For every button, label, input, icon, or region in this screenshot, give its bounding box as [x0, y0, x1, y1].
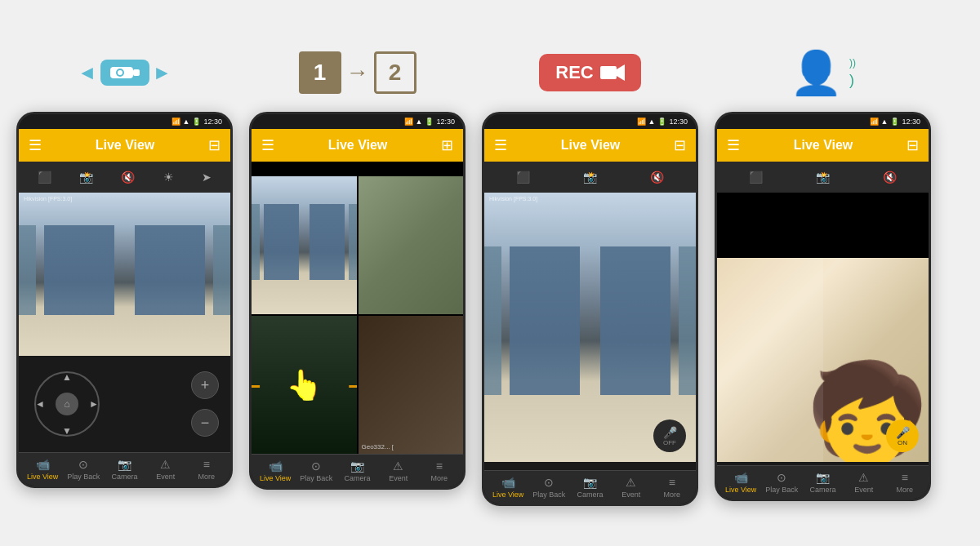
nav-camera-icon-4: 📷 — [816, 471, 830, 484]
nav-more-icon-3: ≡ — [669, 476, 675, 489]
nav-event-3[interactable]: ⚠ Event — [615, 476, 648, 499]
mic-on-icon: 🎤 — [896, 426, 910, 439]
swipe-left-arrow: ⟵ — [252, 366, 261, 404]
mic-on-badge[interactable]: 🎤 ON — [886, 419, 919, 452]
nav-live-label-1: Live View — [27, 473, 58, 481]
nav-camera-2[interactable]: 📷 Camera — [341, 459, 374, 482]
nav-event-icon-2: ⚠ — [393, 459, 403, 473]
nav-play-icon-3: ⊙ — [544, 476, 554, 489]
nav-more-icon-1: ≡ — [203, 458, 210, 471]
tool-snapshot-icon[interactable]: 📸 — [79, 171, 93, 184]
nav-camera-icon-3: 📷 — [583, 476, 597, 489]
nav-live-view-2[interactable]: 📹 Live View — [259, 459, 292, 482]
phone-1: 📶 ▲ 🔋 12:30 ☰ Live View ⊟ ⬛ 📸 🔇 ☀ ➤ — [16, 112, 233, 488]
nav-event-1[interactable]: ⚠ Event — [149, 458, 182, 481]
nav-playback-3[interactable]: ⊙ Play Back — [532, 476, 565, 499]
nav-more-4[interactable]: ≡ More — [889, 471, 921, 494]
mic-off-badge[interactable]: 🎤 OFF — [653, 419, 686, 452]
layout-icon-2[interactable]: ⊞ — [441, 136, 453, 154]
tool-snapshot-icon-3[interactable]: 📸 — [583, 171, 597, 184]
dpad-left-btn[interactable]: ◄ — [32, 396, 48, 412]
header-2: ☰ Live View ⊞ — [252, 129, 463, 162]
dpad-right-btn[interactable]: ► — [86, 396, 102, 412]
nav-play-label-2: Play Back — [300, 474, 332, 482]
dpad-down-btn[interactable]: ▼ — [59, 423, 75, 439]
nav-more-3[interactable]: ≡ More — [656, 476, 688, 499]
nav-live-view-1[interactable]: 📹 Live View — [26, 458, 59, 481]
wave2-icon: ) — [849, 72, 854, 89]
header-title-3: Live View — [561, 138, 621, 153]
menu-icon-1[interactable]: ☰ — [29, 136, 42, 154]
status-bar-1: 📶 ▲ 🔋 12:30 — [19, 114, 230, 129]
zoom-out-btn[interactable]: − — [191, 409, 219, 437]
nav-camera-label-3: Camera — [577, 491, 603, 499]
nav-play-label-4: Play Back — [765, 486, 798, 494]
nav-live-view-3[interactable]: 📹 Live View — [492, 476, 524, 499]
camera-view-1: Hikvision [FPS:3.0] — [19, 193, 230, 356]
camera-view-4: 🧒 🎤 ON — [717, 258, 929, 462]
header-title-4: Live View — [794, 138, 853, 153]
swipe-right-arrow: ⟶ — [347, 366, 357, 404]
user-silhouette-icon: 👤 — [790, 48, 843, 98]
nav-camera-3[interactable]: 📷 Camera — [574, 476, 607, 499]
nav-playback-1[interactable]: ⊙ Play Back — [67, 458, 100, 481]
nav-more-2[interactable]: ≡ More — [423, 459, 456, 482]
nav-event-label-2: Event — [389, 474, 408, 482]
nav-live-view-4[interactable]: 📹 Live View — [724, 471, 757, 494]
tool-mute-icon-4[interactable]: 🔇 — [883, 171, 897, 184]
nav-playback-4[interactable]: ⊙ Play Back — [765, 471, 798, 494]
nav-camera-icon-1: 📷 — [118, 458, 131, 471]
tool-record-icon-3[interactable]: ⬛ — [516, 171, 530, 184]
main-container: ◄ ► 📶 ▲ 🔋 12 — [0, 24, 980, 522]
sound-waves-container: )) ) — [849, 57, 856, 89]
nav-more-label-4: More — [897, 486, 914, 494]
nav-camera-label-2: Camera — [344, 474, 370, 482]
toolbar-4: ⬛ 📸 🔇 — [717, 162, 929, 193]
black-bar-4 — [717, 193, 929, 258]
nav-camera-label-1: Camera — [111, 473, 137, 481]
feature-block-ptz: ◄ ► 📶 ▲ 🔋 12 — [16, 40, 233, 488]
dpad-home-btn[interactable]: ⌂ — [56, 393, 78, 415]
header-4: ☰ Live View ⊟ — [717, 129, 929, 162]
ptz-feature-icon: ◄ ► — [78, 40, 172, 105]
nav-camera-4[interactable]: 📷 Camera — [807, 471, 840, 494]
header-1: ☰ Live View ⊟ — [19, 129, 230, 162]
nav-more-icon-4: ≡ — [902, 471, 908, 484]
svg-point-3 — [118, 70, 122, 75]
tool-mute-icon-3[interactable]: 🔇 — [650, 171, 664, 184]
zoom-in-btn[interactable]: + — [191, 371, 219, 399]
user-audio-icon: 👤 )) ) — [790, 48, 856, 98]
nav-more-1[interactable]: ≡ More — [190, 458, 223, 481]
layout-icon-4[interactable]: ⊟ — [906, 136, 919, 154]
tool-light-icon[interactable]: ☀ — [163, 171, 174, 184]
menu-icon-4[interactable]: ☰ — [727, 136, 740, 154]
nav-event-2[interactable]: ⚠ Event — [382, 459, 415, 482]
nav-playback-2[interactable]: ⊙ Play Back — [300, 459, 332, 482]
status-bar-4: 📶▲🔋 12:30 — [717, 114, 929, 129]
grid-cell-1 — [252, 176, 357, 314]
tool-snapshot-icon-4[interactable]: 📸 — [816, 171, 830, 184]
ptz-camera-icon — [100, 60, 149, 86]
number-box-icon: 1 → 2 — [299, 51, 416, 94]
layout-icon-1[interactable]: ⊟ — [208, 136, 220, 154]
layout-icon-3[interactable]: ⊟ — [674, 136, 686, 154]
svg-marker-5 — [617, 64, 625, 81]
svg-rect-4 — [600, 66, 617, 79]
num1-icon: 1 — [299, 51, 341, 94]
mic-on-label: ON — [898, 439, 907, 446]
nav-camera-label-4: Camera — [809, 486, 835, 494]
phone-4: 📶▲🔋 12:30 ☰ Live View ⊟ ⬛ 📸 🔇 — [715, 112, 931, 501]
tool-record-icon[interactable]: ⬛ — [38, 171, 51, 184]
tool-mute-icon[interactable]: 🔇 — [121, 171, 135, 184]
menu-icon-2[interactable]: ☰ — [261, 136, 274, 154]
camera-grid-2: ⟵ 👆 ⟶ Geo332... [ — [252, 176, 463, 454]
toolbar-1: ⬛ 📸 🔇 ☀ ➤ — [19, 162, 230, 193]
nav-event-4[interactable]: ⚠ Event — [848, 471, 880, 494]
dpad-up-btn[interactable]: ▲ — [59, 369, 75, 385]
nav-camera-1[interactable]: 📷 Camera — [109, 458, 141, 481]
phone-2: 📶▲🔋 12:30 ☰ Live View ⊞ — [249, 112, 466, 490]
menu-icon-3[interactable]: ☰ — [494, 136, 507, 154]
tool-record-icon-4[interactable]: ⬛ — [749, 171, 763, 184]
nav-event-icon-4: ⚠ — [858, 471, 869, 484]
tool-ptz-icon[interactable]: ➤ — [202, 171, 212, 184]
